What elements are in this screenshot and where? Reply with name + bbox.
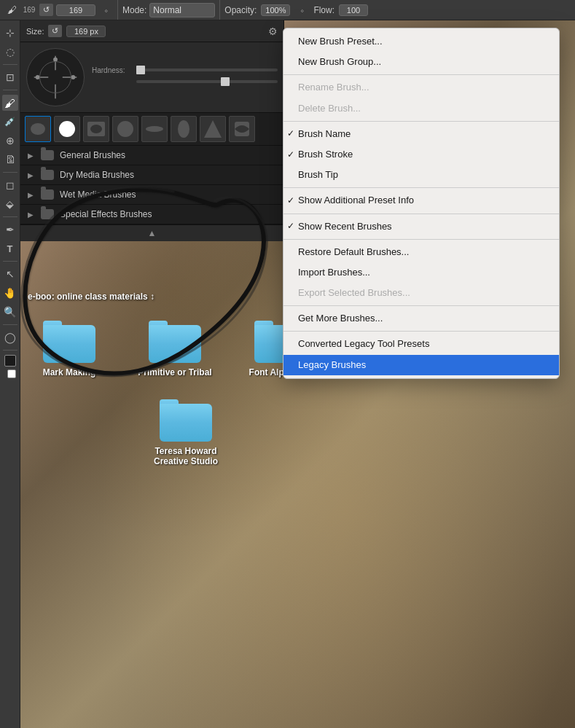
brush-icon[interactable]: 🖌 — [4, 3, 19, 17]
group-label-special: Special Effects Brushes — [60, 209, 152, 219]
menu-label-brush-stroke: Brush Stroke — [298, 148, 353, 161]
menu-label-show-recent: Show Recent Brushes — [298, 220, 392, 233]
size-label: Size: — [26, 27, 44, 36]
folder-img-1 — [43, 321, 95, 363]
brush-swatch-6[interactable] — [171, 116, 197, 142]
reset-button[interactable]: ↺ — [39, 4, 53, 16]
folder-img-4 — [160, 399, 212, 442]
reset-size-button[interactable]: ↺ — [48, 25, 62, 37]
pen-tool[interactable]: ✒ — [2, 222, 18, 238]
group-wet-media[interactable]: ▶ Wet Media Brushes — [20, 185, 283, 205]
brush-tool[interactable]: 🖌 — [2, 95, 18, 111]
menu-label-get-more: Get More Brushes... — [298, 312, 383, 325]
folder-body-4 — [160, 404, 212, 442]
mode-select[interactable]: Normal Dissolve Multiply — [149, 3, 215, 17]
pressure-opacity-icon[interactable]: ⬦ — [294, 3, 309, 17]
top-toolbar: 🖌 169 ↺ ⬦ Mode: Normal Dissolve Multiply… — [0, 0, 575, 20]
folder-mark-making[interactable]: Mark Making — [26, 321, 113, 377]
paint-bucket-tool[interactable]: ⬙ — [2, 196, 18, 212]
pressure-icon[interactable]: ⬦ — [98, 3, 113, 17]
menu-item-new-brush-preset[interactable]: New Brush Preset... — [283, 31, 559, 52]
menu-item-delete-brush[interactable]: Delete Brush... — [283, 98, 559, 119]
brush-circle-preview — [26, 48, 85, 106]
eyedropper-tool[interactable]: 💉 — [2, 114, 18, 130]
desktop-folders-row1: Mark Making Primitive or Tribal Font Alp… — [26, 321, 324, 377]
separator-5 — [3, 261, 17, 262]
folder-primitive-tribal[interactable]: Primitive or Tribal — [131, 321, 219, 377]
eraser-tool[interactable]: ◻ — [2, 177, 18, 193]
svg-point-6 — [36, 75, 40, 79]
menu-item-get-more[interactable]: Get More Brushes... — [283, 308, 559, 329]
brush-swatch-7[interactable] — [200, 116, 226, 142]
menu-item-show-recent[interactable]: ✓ Show Recent Brushes — [283, 216, 559, 237]
brush-swatch-2[interactable] — [54, 116, 80, 142]
menu-item-export-brushes[interactable]: Export Selected Brushes... — [283, 283, 559, 303]
hardness-row: Hardness: — [92, 66, 278, 74]
menu-label-new-brush-group: New Brush Group... — [298, 55, 381, 69]
hardness-thumb[interactable] — [136, 66, 145, 74]
separator-4 — [3, 216, 17, 217]
folder-teresa-howard[interactable]: Teresa Howard Creative Studio — [142, 399, 230, 466]
folder-body-1 — [43, 325, 95, 363]
menu-sep-5 — [283, 239, 559, 240]
type-tool[interactable]: T — [2, 240, 18, 257]
panel-collapse-icon[interactable]: ▲ — [148, 228, 157, 238]
brush-panel-header: Size: ↺ ⚙ — [20, 20, 283, 42]
menu-label-export-brushes: Export Selected Brushes... — [298, 286, 410, 300]
size-track[interactable] — [136, 80, 278, 83]
folder-icon-dry — [41, 170, 54, 180]
brush-size-field[interactable] — [66, 26, 106, 37]
hand-tool[interactable]: 🤚 — [2, 285, 18, 301]
group-special-effects[interactable]: ▶ Special Effects Brushes — [20, 205, 283, 224]
menu-sep-2 — [283, 121, 559, 122]
check-brush-name: ✓ — [287, 128, 294, 140]
background-color[interactable] — [7, 369, 16, 378]
svg-point-11 — [90, 125, 102, 133]
menu-item-legacy-brushes[interactable]: Legacy Brushes — [283, 355, 559, 375]
flow-label: Flow: — [313, 5, 335, 15]
brush-swatch-1[interactable] — [25, 116, 51, 142]
select-tool[interactable]: ↖ — [2, 266, 18, 282]
menu-sep-3 — [283, 187, 559, 188]
hardness-track[interactable] — [136, 69, 278, 71]
menu-item-brush-stroke[interactable]: ✓ Brush Stroke — [283, 144, 559, 165]
lasso-tool[interactable]: ◌ — [2, 44, 18, 60]
ellipse-tool[interactable]: ◯ — [2, 329, 18, 345]
menu-item-converted-legacy[interactable]: Converted Legacy Tool Presets — [283, 334, 559, 354]
opacity-value[interactable]: 100% — [261, 4, 290, 16]
desktop-folders-container: Mark Making Primitive or Tribal Font Alp… — [26, 321, 324, 466]
separator-7 — [3, 350, 17, 351]
healing-tool[interactable]: ⊕ — [2, 133, 18, 149]
zoom-tool[interactable]: 🔍 — [2, 304, 18, 320]
brush-size-icon[interactable]: 169 — [22, 3, 36, 17]
brush-swatch-5[interactable] — [141, 116, 168, 142]
menu-item-brush-tip[interactable]: ✓ Brush Tip — [283, 165, 559, 185]
brush-swatch-4[interactable] — [112, 116, 138, 142]
flow-value[interactable]: 100 — [339, 4, 368, 16]
brush-panel: Size: ↺ ⚙ Hardness: — [20, 20, 284, 241]
menu-label-delete-brush: Delete Brush... — [298, 102, 361, 115]
menu-item-new-brush-group[interactable]: New Brush Group... — [283, 52, 559, 72]
group-label-general: General Brushes — [60, 150, 125, 160]
menu-item-show-preset-info[interactable]: ✓ Show Additional Preset Info — [283, 190, 559, 211]
check-preset-info: ✓ — [287, 195, 294, 207]
group-dry-media[interactable]: ▶ Dry Media Brushes — [20, 165, 283, 185]
menu-item-restore-default[interactable]: Restore Default Brushes... — [283, 242, 559, 262]
menu-item-brush-name[interactable]: ✓ Brush Name — [283, 124, 559, 144]
panel-bottom: ▲ — [20, 224, 283, 241]
menu-item-import-brushes[interactable]: Import Brushes... — [283, 262, 559, 283]
mode-label: Mode: — [122, 5, 146, 15]
brush-size-input[interactable] — [56, 4, 95, 16]
move-tool[interactable]: ⊹ — [2, 25, 18, 41]
panel-gear-icon[interactable]: ⚙ — [268, 26, 278, 37]
brush-swatch-3[interactable] — [83, 116, 109, 142]
menu-item-rename-brush[interactable]: Rename Brush... — [283, 77, 559, 98]
brush-swatch-8[interactable] — [229, 116, 255, 142]
size-thumb[interactable] — [221, 77, 230, 86]
crop-tool[interactable]: ⊡ — [2, 69, 18, 85]
stamp-tool[interactable]: 🖻 — [2, 152, 18, 168]
foreground-color[interactable] — [4, 355, 16, 367]
menu-label-converted-legacy: Converted Legacy Tool Presets — [298, 337, 429, 351]
group-general-brushes[interactable]: ▶ General Brushes — [20, 146, 283, 165]
opacity-section: Opacity: 100% ⬦ Flow: 100 — [220, 3, 372, 17]
